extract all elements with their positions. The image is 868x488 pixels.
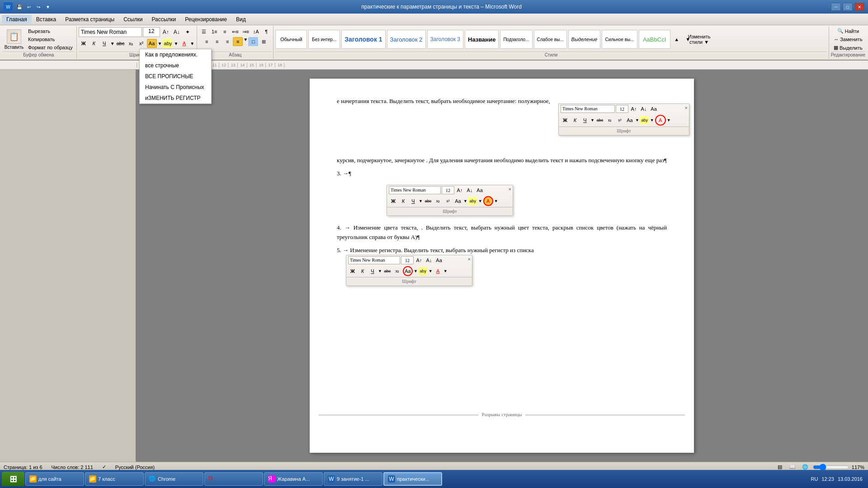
style-emphasis[interactable]: Выделение [568,30,601,49]
taskbar-yandex[interactable]: Я Жаравина А... [264,472,323,486]
borders-btn[interactable]: ⊞ [259,37,269,46]
ft3-h-drop[interactable]: ▼ [429,268,433,274]
case-title[interactable]: Начинать С Прописных [140,82,211,93]
ft3-case-drop[interactable]: ▼ [414,268,418,274]
bullets-btn[interactable]: ☰ [199,27,209,36]
taskbar-opera[interactable]: O [204,472,263,486]
select-btn[interactable]: ▦ Выделить [832,44,864,52]
ft1-color[interactable]: А [655,115,666,126]
shading-btn[interactable]: □ [248,37,258,46]
ft3-case[interactable]: Аа [434,256,443,264]
ft1-case[interactable]: Аа [649,105,658,113]
menu-insert[interactable]: Вставка [32,15,61,24]
ft2-u-drop[interactable]: ▼ [419,198,423,204]
ft1-case2[interactable]: Aa [625,116,634,124]
find-btn[interactable]: 🔍 Найти [835,27,861,35]
ft1-strike[interactable]: abc [595,116,604,124]
taskbar-explorer2[interactable]: 📁 7 класс [85,472,144,486]
font-size-selector[interactable]: 12 [143,27,160,37]
ft1-case-drop[interactable]: ▼ [635,117,639,123]
align-right-btn[interactable]: ≡ [222,37,232,46]
ft3-italic[interactable]: К [358,267,367,275]
underline-btn[interactable]: Ч [99,39,109,48]
ft2-shrink[interactable]: A↓ [465,186,474,194]
taskbar-explorer1[interactable]: 📁 для сайта [25,472,84,486]
ft1-bold[interactable]: Ж [561,116,570,124]
ft3-grow[interactable]: A↑ [415,256,424,264]
case-toggle[interactable]: иЗМЕНИТЬ РЕГИСТР [140,93,211,103]
ft3-c-drop[interactable]: ▼ [443,268,448,274]
show-marks-btn[interactable]: ¶ [261,27,271,36]
keyboard-layout[interactable]: RU [811,476,818,482]
grow-font-btn[interactable]: A↑ [161,27,171,37]
save-quick-btn[interactable]: 💾 [15,3,24,11]
ft2-sub[interactable]: x₂ [434,197,443,205]
case-sentence[interactable]: Как в предложениях. [140,49,211,60]
highlight-dropdown[interactable]: ▼ [173,41,179,46]
ft3-sub[interactable]: x₂ [393,267,402,275]
ft1-shrink[interactable]: A↓ [639,105,648,113]
ft3-underline[interactable]: Ч [368,267,377,275]
ft2-case[interactable]: Аа [475,186,484,194]
ft2-strike[interactable]: abc [424,197,433,205]
ft2-h-drop[interactable]: ▼ [478,198,482,204]
ft2-highlight[interactable]: aby [468,197,477,205]
ft3-bold[interactable]: Ж [348,267,357,275]
ft2-grow[interactable]: A↑ [455,186,464,194]
ft1-sub[interactable]: x₂ [605,116,614,124]
superscript-btn[interactable]: х² [137,39,146,48]
taskbar-word2[interactable]: W практически... [383,472,442,486]
sort-btn[interactable]: ↕A [251,27,261,36]
increase-indent-btn[interactable]: ⇒≡ [241,27,250,36]
style-subtle[interactable]: Слабое вы... [534,30,567,49]
numbering-btn[interactable]: 1≡ [209,27,219,36]
style-no-space[interactable]: Без интер... [308,30,340,49]
ft2-bold[interactable]: Ж [389,197,398,205]
ft1-grow[interactable]: A↑ [629,105,638,113]
ft2-sup[interactable]: x² [443,197,453,205]
menu-review[interactable]: Рецензирование [180,15,231,24]
ft2-close[interactable]: ✕ [508,186,512,192]
ft2-underline[interactable]: Ч [409,197,418,205]
line-spacing-btn[interactable]: ▼ [243,37,248,46]
ft1-close[interactable]: ✕ [684,105,688,111]
ft3-close[interactable]: ✕ [467,256,471,263]
taskbar-word1[interactable]: W 9 занятие-1 ... [324,472,382,486]
font-color-btn[interactable]: А [179,39,189,48]
ft2-font[interactable]: Times New Roman [389,186,441,194]
case-dropdown[interactable]: ▼ [157,41,163,46]
ft2-case2[interactable]: Aa [453,197,462,205]
customize-btn[interactable]: ▼ [44,3,52,11]
ft3-case-circled[interactable]: Аа [403,266,413,276]
case-btn[interactable]: Аа [147,39,157,48]
highlight-btn[interactable]: аby [163,39,173,48]
align-left-btn[interactable]: ≡ [202,37,212,46]
ft1-highlight[interactable]: aby [640,116,649,124]
maximize-btn[interactable]: □ [843,3,853,11]
menu-mailings[interactable]: Рассылки [147,15,180,24]
format-painter-btn[interactable]: Формат по образцу [26,44,75,51]
ft2-italic[interactable]: К [399,197,408,205]
font-name-selector[interactable]: Times New Roman [79,27,142,37]
style-subtitle[interactable]: Подзаголо... [500,30,532,49]
ft2-color[interactable]: А [483,196,493,206]
ft2-size[interactable]: 12 [442,186,454,194]
start-button[interactable]: ⊞ [2,472,24,486]
styles-scroll-up[interactable]: ▲ [672,35,682,44]
ft1-c-drop[interactable]: ▼ [667,117,671,123]
undo-btn[interactable]: ↩ [25,3,33,11]
style-aa[interactable]: AaBbCcI [639,30,670,49]
style-title[interactable]: Название [465,30,499,49]
ft1-sup[interactable]: x² [615,116,624,124]
italic-btn[interactable]: К [89,39,99,48]
ft3-highlight[interactable]: aby [419,267,428,275]
taskbar-chrome[interactable]: 🌐 Chrome [145,472,203,486]
change-styles-btn[interactable]: Изменить стили ▼ [694,35,704,44]
menu-references[interactable]: Ссылки [119,15,147,24]
shrink-font-btn[interactable]: A↓ [172,27,182,37]
cut-btn[interactable]: Вырезать [26,28,75,35]
minimize-btn[interactable]: ─ [831,3,841,11]
multilevel-btn[interactable]: ≡ [220,27,230,36]
ft3-color[interactable]: А [434,267,443,275]
ft3-u-drop[interactable]: ▼ [378,268,382,274]
